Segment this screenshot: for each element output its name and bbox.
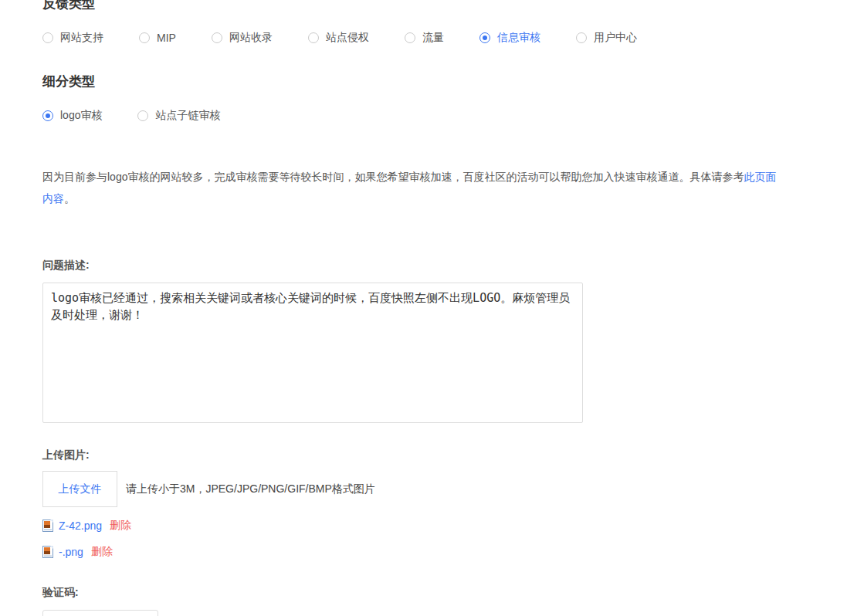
radio-circle-icon[interactable] <box>137 110 148 121</box>
radio-label: 站点侵权 <box>326 31 369 45</box>
radio-label: 信息审核 <box>497 31 540 45</box>
problem-description-textarea[interactable]: logo审核已经通过，搜索相关关键词或者核心关键词的时候，百度快照左侧不出现LO… <box>42 283 583 423</box>
radio-site-infringement[interactable]: 站点侵权 <box>308 31 369 45</box>
radio-circle-icon[interactable] <box>42 110 53 121</box>
radio-label: 网站收录 <box>229 31 273 45</box>
logo-review-notice: 因为目前参与logo审核的网站较多，完成审核需要等待较长时间，如果您希望审核加速… <box>42 166 784 209</box>
notice-text: 因为目前参与logo审核的网站较多，完成审核需要等待较长时间，如果您希望审核加速… <box>42 171 744 183</box>
upload-hint: 请上传小于3M，JPEG/JPG/PNG/GIF/BMP格式图片 <box>126 482 375 496</box>
uploaded-file-row: -.png 删除 <box>42 544 864 560</box>
image-file-icon <box>42 520 53 532</box>
feedback-type-radio-group: 网站支持 MIP 网站收录 站点侵权 流量 信息审核 用户中心 <box>42 31 864 45</box>
delete-file-link[interactable]: 删除 <box>110 519 131 533</box>
upload-row: 上传文件 请上传小于3M，JPEG/JPG/PNG/GIF/BMP格式图片 <box>42 471 864 507</box>
radio-mip[interactable]: MIP <box>139 32 176 44</box>
radio-label: 网站支持 <box>60 31 103 45</box>
radio-label: logo审核 <box>60 109 102 123</box>
captcha-input[interactable] <box>42 610 158 616</box>
radio-circle-icon[interactable] <box>576 32 587 43</box>
radio-label: 站点子链审核 <box>155 109 220 123</box>
image-file-icon <box>42 546 53 558</box>
problem-description-label: 问题描述: <box>42 259 864 272</box>
radio-circle-icon[interactable] <box>212 32 222 43</box>
radio-label: 流量 <box>422 31 444 45</box>
radio-logo-review[interactable]: logo审核 <box>42 109 102 123</box>
sub-type-radio-group: logo审核 站点子链审核 <box>42 109 864 123</box>
upload-image-label: 上传图片: <box>42 448 864 462</box>
radio-user-center[interactable]: 用户中心 <box>576 31 637 45</box>
radio-site-support[interactable]: 网站支持 <box>42 31 103 45</box>
radio-label: MIP <box>157 32 176 44</box>
sub-type-heading: 细分类型 <box>42 73 864 90</box>
upload-file-button[interactable]: 上传文件 <box>42 471 117 507</box>
uploaded-file-row: Z-42.png 删除 <box>42 518 864 533</box>
radio-traffic[interactable]: 流量 <box>405 31 444 45</box>
captcha-row: 点击加载验证码 <box>42 610 864 616</box>
radio-info-review[interactable]: 信息审核 <box>479 31 540 45</box>
radio-circle-icon[interactable] <box>42 32 53 43</box>
radio-circle-icon[interactable] <box>479 32 490 43</box>
notice-text-end: 。 <box>64 192 75 205</box>
radio-circle-icon[interactable] <box>308 32 319 43</box>
uploaded-file-link[interactable]: -.png <box>59 546 83 558</box>
uploaded-file-link[interactable]: Z-42.png <box>59 520 102 532</box>
feedback-type-heading: 反馈类型 <box>42 0 864 12</box>
delete-file-link[interactable]: 删除 <box>91 545 113 559</box>
radio-circle-icon[interactable] <box>405 32 415 43</box>
radio-site-indexing[interactable]: 网站收录 <box>212 31 273 45</box>
radio-circle-icon[interactable] <box>139 32 150 43</box>
radio-label: 用户中心 <box>594 31 637 45</box>
radio-site-sublink-review[interactable]: 站点子链审核 <box>137 109 220 123</box>
captcha-label: 验证码: <box>42 586 864 600</box>
feedback-form-page: 反馈类型 网站支持 MIP 网站收录 站点侵权 流量 信息审核 用户中心 <box>0 0 864 611</box>
